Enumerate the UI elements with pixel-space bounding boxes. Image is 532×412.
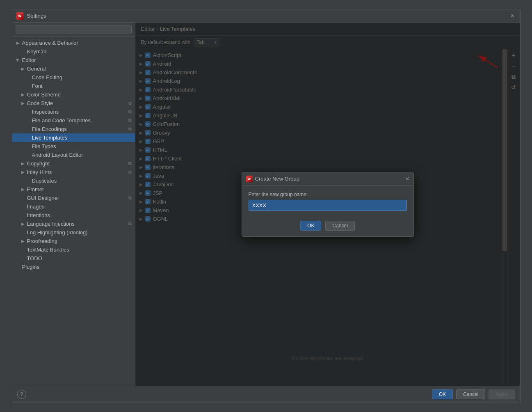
sidebar-item-label-file-code-templates: File and Code Templates: [32, 117, 91, 124]
sidebar-item-live-templates[interactable]: ▶Live Templates: [12, 133, 135, 142]
copy-icon-code-style: ⧉: [128, 101, 132, 106]
search-box: 🔍: [12, 23, 135, 37]
sidebar-item-proofreading[interactable]: ▶Proofreading: [12, 237, 135, 245]
window-title: Settings: [27, 13, 46, 19]
window-close-button[interactable]: ×: [509, 13, 516, 19]
sidebar-item-log-highlighting[interactable]: ▶Log Highlighting (Ideolog): [12, 228, 135, 237]
sidebar-item-file-types[interactable]: ▶File Types: [12, 142, 135, 151]
sidebar-item-label-duplicates: Duplicates: [32, 178, 57, 184]
sidebar-item-todo[interactable]: ▶TODO: [12, 254, 135, 263]
sidebar-item-label-color-scheme: Color Scheme: [27, 92, 61, 98]
sidebar-item-label-code-editing: Code Editing: [32, 74, 62, 80]
modal-title-bar: w Create New Group ×: [242, 172, 413, 186]
search-wrapper: 🔍: [16, 25, 132, 34]
sidebar-item-label-code-style: Code Style: [27, 100, 53, 106]
modal-footer: OK Cancel: [242, 217, 413, 236]
sidebar-item-label-copyright: Copyright: [27, 160, 50, 167]
apply-button[interactable]: Apply: [489, 389, 515, 399]
group-name-input[interactable]: [249, 200, 407, 211]
sidebar-item-label-editor: Editor: [22, 57, 36, 63]
sidebar-item-inlay-hints[interactable]: ▶Inlay Hints⧉: [12, 168, 135, 176]
sidebar-item-intentions[interactable]: ▶Intentions: [12, 211, 135, 220]
main-content: 🔍 ▶Appearance & Behavior▶Keymap▶Editor▶G…: [12, 23, 520, 386]
sidebar-item-code-style[interactable]: ▶Code Style⧉: [12, 99, 135, 108]
sidebar-item-file-encodings[interactable]: ▶File Encodings⧉: [12, 125, 135, 133]
sidebar-item-copyright[interactable]: ▶Copyright⧉: [12, 159, 135, 168]
sidebar-item-label-inspections: Inspections: [32, 109, 59, 115]
cancel-button[interactable]: Cancel: [456, 389, 485, 399]
sidebar-item-label-textmate-bundles: TextMate Bundles: [27, 247, 69, 253]
sidebar-item-images[interactable]: ▶Images: [12, 202, 135, 211]
bottom-left: ?: [17, 390, 26, 399]
create-group-modal: w Create New Group × Enter the new group…: [242, 172, 414, 237]
sidebar-item-color-scheme[interactable]: ▶Color Scheme: [12, 90, 135, 99]
sidebar-item-label-gui-designer: GUI Designer: [27, 195, 59, 201]
modal-input-label: Enter the new group name:: [249, 192, 407, 197]
sidebar-item-label-plugins: Plugins: [22, 264, 40, 270]
sidebar-item-duplicates[interactable]: ▶Duplicates: [12, 176, 135, 185]
sidebar-item-editor[interactable]: ▶Editor: [12, 56, 135, 64]
sidebar-item-label-general: General: [27, 66, 46, 72]
copy-icon-inspections: ⧉: [128, 109, 132, 114]
sidebar-item-keymap[interactable]: ▶Keymap: [12, 47, 135, 56]
title-bar-left: w Settings: [16, 12, 46, 20]
sidebar-item-label-language-injections: Language Injections: [27, 221, 75, 227]
sidebar-item-label-images: Images: [27, 204, 45, 210]
sidebar-item-emmet[interactable]: ▶Emmet: [12, 185, 135, 194]
sidebar-item-inspections[interactable]: ▶Inspections⧉: [12, 108, 135, 116]
sidebar-item-label-log-highlighting: Log Highlighting (Ideolog): [27, 229, 88, 236]
copy-icon-file-encodings: ⧉: [128, 126, 132, 132]
copy-icon-language-injections: ⧉: [128, 221, 132, 227]
sidebar-item-label-inlay-hints: Inlay Hints: [27, 169, 52, 175]
right-panel: Editor › Live Templates By default expan…: [135, 23, 520, 386]
copy-icon-file-code-templates: ⧉: [128, 118, 132, 123]
sidebar-tree: ▶Appearance & Behavior▶Keymap▶Editor▶Gen…: [12, 37, 135, 386]
copy-icon-inlay-hints: ⧉: [128, 169, 132, 175]
sidebar-item-plugins[interactable]: ▶Plugins: [12, 263, 135, 271]
modal-body: Enter the new group name:: [242, 186, 413, 217]
sidebar-item-label-android-layout-editor: Android Layout Editor: [32, 152, 83, 158]
bottom-bar: ? OK Cancel Apply: [12, 386, 520, 403]
sidebar-item-label-file-encodings: File Encodings: [32, 126, 67, 132]
sidebar-item-label-live-templates: Live Templates: [32, 135, 67, 141]
title-bar: w Settings ×: [12, 9, 520, 23]
copy-icon-gui-designer: ⧉: [128, 195, 132, 201]
sidebar-item-label-file-types: File Types: [32, 143, 56, 149]
sidebar-item-file-code-templates[interactable]: ▶File and Code Templates⧉: [12, 116, 135, 125]
copy-icon-copyright: ⧉: [128, 161, 132, 166]
modal-close-button[interactable]: ×: [405, 176, 409, 182]
sidebar-item-language-injections[interactable]: ▶Language Injections⧉: [12, 220, 135, 228]
sidebar-item-label-todo: TODO: [27, 255, 42, 261]
sidebar-item-textmate-bundles[interactable]: ▶TextMate Bundles: [12, 245, 135, 254]
modal-title: w Create New Group: [246, 176, 299, 182]
app-icon: w: [16, 12, 24, 20]
sidebar-item-label-emmet: Emmet: [27, 186, 44, 192]
sidebar: 🔍 ▶Appearance & Behavior▶Keymap▶Editor▶G…: [12, 23, 135, 386]
ok-button[interactable]: OK: [432, 389, 453, 399]
sidebar-item-label-font: Font: [32, 83, 43, 89]
sidebar-item-general[interactable]: ▶General: [12, 64, 135, 73]
sidebar-item-label-intentions: Intentions: [27, 212, 50, 218]
sidebar-item-font[interactable]: ▶Font: [12, 82, 135, 90]
sidebar-item-label-keymap: Keymap: [27, 48, 47, 55]
modal-app-icon: w: [246, 176, 253, 182]
bottom-right: OK Cancel Apply: [432, 389, 515, 399]
sidebar-item-gui-designer[interactable]: ▶GUI Designer⧉: [12, 194, 135, 202]
sidebar-item-label-proofreading: Proofreading: [27, 238, 57, 244]
sidebar-item-appearance[interactable]: ▶Appearance & Behavior: [12, 39, 135, 47]
sidebar-item-android-layout-editor[interactable]: ▶Android Layout Editor: [12, 151, 135, 159]
sidebar-item-label-appearance: Appearance & Behavior: [22, 40, 78, 46]
settings-window: w Settings × 🔍 ▶Appearance & Behavior▶Ke…: [12, 9, 521, 403]
modal-overlay: w Create New Group × Enter the new group…: [135, 23, 520, 386]
modal-cancel-button[interactable]: Cancel: [325, 221, 354, 231]
sidebar-item-code-editing[interactable]: ▶Code Editing: [12, 73, 135, 82]
modal-ok-button[interactable]: OK: [300, 221, 321, 231]
help-button[interactable]: ?: [17, 390, 26, 399]
search-input[interactable]: [16, 25, 132, 34]
